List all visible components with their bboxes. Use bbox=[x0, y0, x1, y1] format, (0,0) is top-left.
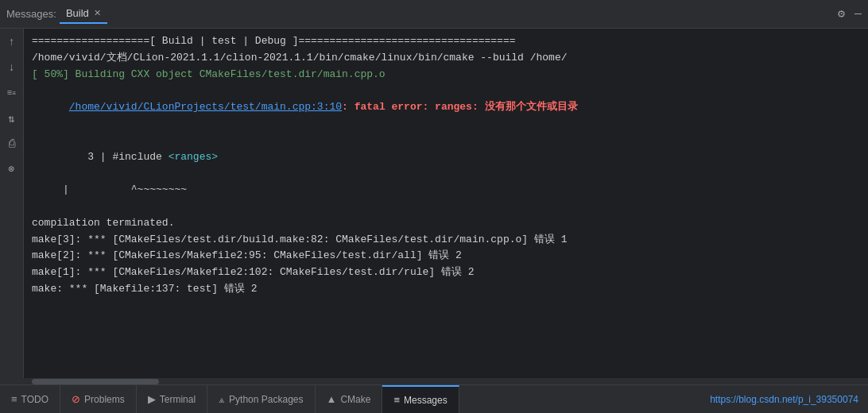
messages-label: Messages: bbox=[6, 8, 56, 20]
tab-terminal-label: Terminal bbox=[160, 394, 196, 405]
output-line: /home/vivid/文档/CLion-2021.1.1/clion-2021… bbox=[32, 50, 860, 67]
terminal-icon: ▶ bbox=[148, 393, 156, 405]
output-line: [ 50%] Building CXX object CMakeFiles/te… bbox=[32, 67, 860, 83]
left-toolbar: ↑ ↓ ≡≡ ⇅ ⎙ ⊗ bbox=[0, 29, 24, 378]
main-area: ↑ ↓ ≡≡ ⇅ ⎙ ⊗ ===================[ Build … bbox=[0, 29, 868, 378]
status-url[interactable]: https://blog.csdn.net/p_i_39350074 bbox=[700, 394, 868, 405]
bottom-tabs-bar: ≡ TODO ⊘ Problems ▶ Terminal ⟁ Python Pa… bbox=[0, 384, 868, 413]
minimize-icon[interactable]: — bbox=[854, 7, 862, 21]
print-icon[interactable]: ⎙ bbox=[3, 135, 21, 152]
problems-icon: ⊘ bbox=[72, 393, 80, 405]
error-line: /home/vivid/CLionProjects/test/main.cpp:… bbox=[32, 83, 860, 132]
tab-problems-label: Problems bbox=[84, 394, 125, 405]
tab-messages[interactable]: ≡ Messages bbox=[382, 385, 459, 413]
messages-tab-icon: ≡ bbox=[393, 394, 400, 406]
tab-python-packages-label: Python Packages bbox=[229, 394, 303, 405]
scroll-up-icon[interactable]: ↑ bbox=[3, 33, 21, 51]
header-actions: ⚙ — bbox=[838, 6, 862, 21]
settings-icon[interactable]: ⚙ bbox=[838, 6, 845, 21]
output-area[interactable]: ===================[ Build | test | Debu… bbox=[24, 29, 868, 378]
filter-icon[interactable]: ≡≡ bbox=[3, 84, 21, 102]
tab-cmake[interactable]: ▲ CMake bbox=[316, 385, 383, 413]
tab-terminal[interactable]: ▶ Terminal bbox=[137, 385, 207, 413]
build-tab[interactable]: Build ✕ bbox=[60, 4, 107, 24]
output-line: | ^~~~~~~~~ bbox=[32, 182, 860, 199]
tab-python-packages[interactable]: ⟁ Python Packages bbox=[207, 385, 315, 413]
scrollbar-thumb[interactable] bbox=[32, 379, 159, 384]
python-packages-icon: ⟁ bbox=[219, 393, 225, 405]
tab-todo[interactable]: ≡ TODO bbox=[0, 385, 60, 413]
scroll-down-icon[interactable]: ↓ bbox=[3, 59, 21, 76]
output-line bbox=[32, 199, 860, 215]
build-tab-label: Build bbox=[66, 7, 89, 19]
close-icon[interactable]: ✕ bbox=[94, 8, 101, 18]
tab-problems[interactable]: ⊘ Problems bbox=[60, 385, 137, 413]
output-line: 3 | #include <ranges> bbox=[32, 133, 860, 182]
tab-messages-label: Messages bbox=[404, 395, 448, 406]
tab-cmake-label: CMake bbox=[340, 394, 370, 405]
output-line: make: *** [Makefile:137: test] 错误 2 bbox=[32, 281, 860, 298]
output-line: make[1]: *** [CMakeFiles/Makefile2:102: … bbox=[32, 264, 860, 281]
delete-icon[interactable]: ⊗ bbox=[3, 160, 21, 178]
output-line: make[3]: *** [CMakeFiles/test.dir/build.… bbox=[32, 232, 860, 249]
todo-icon: ≡ bbox=[11, 393, 17, 405]
sort-icon[interactable]: ⇅ bbox=[3, 110, 21, 127]
output-line: make[2]: *** [CMakeFiles/Makefile2:95: C… bbox=[32, 248, 860, 264]
scrollbar-area[interactable] bbox=[0, 378, 868, 384]
tab-todo-label: TODO bbox=[21, 394, 48, 405]
file-link[interactable]: /home/vivid/CLionProjects/test/main.cpp:… bbox=[69, 101, 342, 113]
output-line: compilation terminated. bbox=[32, 215, 860, 232]
output-line: ===================[ Build | test | Debu… bbox=[32, 33, 860, 50]
header-bar: Messages: Build ✕ ⚙ — bbox=[0, 0, 868, 29]
cmake-icon: ▲ bbox=[327, 393, 337, 405]
